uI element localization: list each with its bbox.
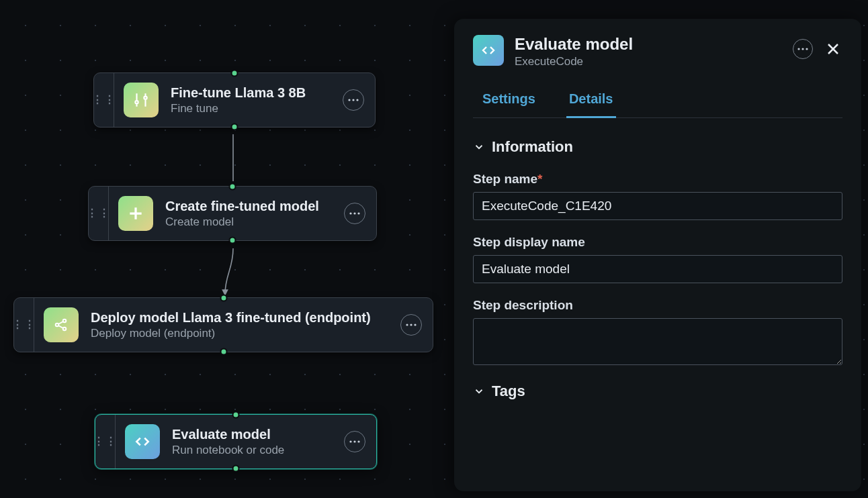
share-icon (44, 307, 79, 342)
port-in[interactable] (232, 411, 240, 419)
svg-point-13 (353, 440, 355, 442)
svg-point-3 (349, 212, 351, 214)
port-out[interactable] (229, 237, 236, 244)
section-tags-header[interactable]: Tags (473, 383, 842, 400)
node-fine-tune[interactable]: ⋮⋮ Fine-tune Llama 3 8B Fine tune (93, 72, 376, 128)
port-in[interactable] (229, 183, 236, 191)
code-icon (473, 35, 504, 66)
svg-point-5 (357, 212, 359, 214)
panel-title: Evaluate model (515, 35, 782, 54)
chevron-down-icon (473, 385, 485, 397)
step-name-input[interactable] (473, 192, 842, 220)
step-display-name-label: Step display name (473, 235, 842, 250)
node-subtitle: Create model (165, 215, 327, 229)
node-menu-button[interactable] (343, 89, 364, 111)
svg-point-0 (348, 99, 350, 101)
node-title: Fine-tune Llama 3 8B (171, 85, 325, 101)
svg-point-1 (352, 99, 354, 101)
tab-details[interactable]: Details (566, 91, 616, 118)
node-menu-button[interactable] (400, 314, 422, 336)
svg-point-6 (56, 323, 59, 327)
port-out[interactable] (232, 465, 240, 472)
node-evaluate-model[interactable]: ⋮⋮ Evaluate model Run notebook or code (95, 414, 377, 469)
node-title: Create fine-tuned model (165, 198, 327, 214)
svg-point-4 (353, 212, 355, 214)
port-in[interactable] (220, 295, 227, 302)
node-subtitle: Deploy model (endpoint) (91, 327, 383, 340)
chevron-down-icon (473, 141, 485, 153)
section-tags-label: Tags (492, 383, 525, 400)
svg-point-7 (63, 319, 67, 323)
node-menu-button[interactable] (344, 431, 365, 452)
drag-handle[interactable]: ⋮⋮ (95, 415, 116, 468)
panel-tabs: Settings Details (473, 91, 842, 118)
section-information-label: Information (492, 138, 573, 156)
drag-handle[interactable]: ⋮⋮ (94, 73, 114, 127)
port-in[interactable] (231, 70, 238, 77)
close-button[interactable] (824, 40, 842, 58)
sliders-icon (124, 83, 159, 117)
port-out[interactable] (231, 123, 238, 131)
svg-point-14 (357, 440, 359, 442)
svg-point-17 (806, 48, 808, 50)
svg-point-11 (414, 323, 416, 326)
drag-handle[interactable]: ⋮⋮ (14, 298, 34, 352)
section-information-header[interactable]: Information (473, 138, 842, 156)
tab-settings[interactable]: Settings (480, 91, 538, 118)
svg-point-2 (356, 99, 358, 101)
node-subtitle: Run notebook or code (172, 444, 327, 457)
svg-point-15 (797, 48, 799, 50)
step-description-textarea[interactable] (473, 318, 842, 365)
workflow-canvas[interactable]: ⋮⋮ Fine-tune Llama 3 8B Fine tune ⋮⋮ Cre… (0, 0, 868, 498)
node-title: Evaluate model (172, 426, 327, 442)
svg-point-12 (349, 440, 351, 442)
svg-point-10 (410, 323, 412, 326)
port-out[interactable] (220, 348, 227, 356)
node-title: Deploy model Llama 3 fine-tuned (endpoin… (91, 309, 383, 326)
node-create-model[interactable]: ⋮⋮ Create fine-tuned model Create model (88, 186, 377, 241)
node-deploy-endpoint[interactable]: ⋮⋮ Deploy model Llama 3 fine-tuned (endp… (13, 297, 433, 352)
code-icon (125, 424, 160, 459)
panel-subtitle: ExecuteCode (515, 55, 782, 68)
node-menu-button[interactable] (344, 203, 365, 224)
step-name-label: Step name* (473, 172, 842, 187)
drag-handle[interactable]: ⋮⋮ (89, 187, 109, 240)
details-panel: Evaluate model ExecuteCode Settings Deta… (454, 19, 861, 491)
step-description-label: Step description (473, 298, 842, 313)
plus-icon (118, 196, 153, 231)
svg-point-8 (63, 328, 67, 331)
svg-point-16 (801, 48, 804, 50)
step-display-name-input[interactable] (473, 255, 842, 283)
node-subtitle: Fine tune (171, 102, 325, 115)
panel-more-button[interactable] (793, 39, 813, 59)
svg-point-9 (406, 323, 408, 326)
